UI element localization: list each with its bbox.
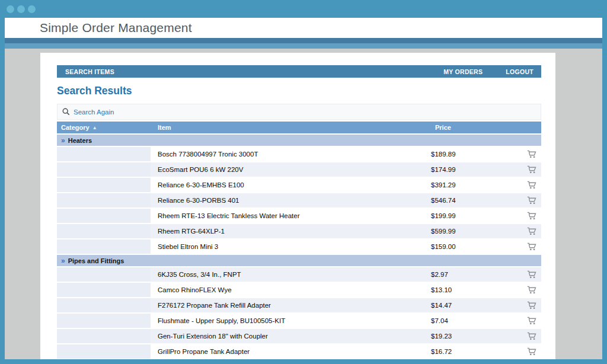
add-to-cart-button[interactable] <box>527 301 536 310</box>
category-cell <box>57 162 151 177</box>
item-price: $189.89 <box>431 147 508 161</box>
cart-icon <box>527 227 536 236</box>
item-name: GrillPro Propane Tank Adapter <box>151 344 431 359</box>
cart-cell <box>508 314 541 328</box>
browser-titlebar: Simple Order Management <box>5 18 602 38</box>
window-button-close-icon[interactable] <box>7 5 14 13</box>
item-name: Reliance 6-30-PORBS 401 <box>151 193 431 207</box>
item-name: Stiebel Eltron Mini 3 <box>151 240 431 254</box>
nav-logout[interactable]: LOGOUT <box>506 68 533 75</box>
category-column-label: Category <box>61 124 90 131</box>
add-to-cart-button[interactable] <box>527 212 536 221</box>
cart-cell <box>508 240 541 254</box>
table-header-row: Category ▲ Item Price <box>57 122 541 135</box>
add-to-cart-button[interactable] <box>527 165 536 174</box>
cart-cell <box>508 193 541 207</box>
category-cell <box>57 283 151 297</box>
column-header-category[interactable]: Category ▲ <box>57 124 151 131</box>
item-name: Reliance 6-30-EMHBS E100 <box>151 178 431 192</box>
category-row[interactable]: »Pipes and Fittings <box>57 255 541 267</box>
app-title: Simple Order Management <box>5 21 192 35</box>
item-name: 6KJ35 Cross, 3/4 In., FNPT <box>151 267 431 282</box>
item-price: $174.99 <box>431 162 508 177</box>
table-row: GrillPro Propane Tank Adapter$16.72 <box>57 344 541 359</box>
category-cell <box>57 147 151 161</box>
search-again-link[interactable]: Search Again <box>57 104 541 120</box>
search-again-label: Search Again <box>74 108 114 116</box>
nav-search-items[interactable]: SEARCH ITEMS <box>65 68 114 75</box>
item-name: F276172 Propane Tank Refill Adapter <box>151 298 431 312</box>
cart-icon <box>527 317 536 325</box>
content-panel: SEARCH ITEMS MY ORDERS LOGOUT Search Res… <box>40 53 555 359</box>
chevron-right-icon: » <box>61 136 65 145</box>
cart-cell <box>508 162 541 177</box>
add-to-cart-button[interactable] <box>527 286 536 295</box>
sort-ascending-icon: ▲ <box>92 125 97 130</box>
cart-icon <box>527 242 536 251</box>
cart-cell <box>508 178 541 192</box>
table-row: F276172 Propane Tank Refill Adapter$14.4… <box>57 298 541 314</box>
add-to-cart-button[interactable] <box>527 347 536 356</box>
category-label: Heaters <box>68 137 92 144</box>
cart-icon <box>527 212 536 221</box>
table-row: Reliance 6-30-PORBS 401$546.74 <box>57 193 541 209</box>
table-row: Bosch 7738004997 Tronic 3000T$189.89 <box>57 147 541 162</box>
add-to-cart-button[interactable] <box>527 317 536 325</box>
cart-icon <box>527 196 536 205</box>
window-button-minimize-icon[interactable] <box>17 5 25 13</box>
cart-cell <box>508 267 541 282</box>
cart-icon <box>527 165 536 174</box>
cart-icon <box>527 286 536 295</box>
results-table: Category ▲ Item Price »HeatersBosch 7738… <box>57 122 541 359</box>
item-name: Flushmate - Upper Supply, BU100505-KIT <box>151 314 431 328</box>
category-cell <box>57 329 151 343</box>
cart-cell <box>508 224 541 238</box>
add-to-cart-button[interactable] <box>527 242 536 251</box>
table-row: Rheem RTE-13 Electric Tankless Water Hea… <box>57 209 541 224</box>
page-title: Search Results <box>57 85 541 97</box>
category-row[interactable]: »Heaters <box>57 135 541 147</box>
add-to-cart-button[interactable] <box>527 332 536 341</box>
add-to-cart-button[interactable] <box>527 270 536 279</box>
cart-cell <box>508 344 541 359</box>
table-row: Rheem RTG-64XLP-1$599.99 <box>57 224 541 240</box>
category-cell <box>57 240 151 254</box>
item-price: $13.10 <box>431 283 508 297</box>
category-label: Pipes and Fittings <box>68 257 124 264</box>
column-header-price[interactable]: Price <box>431 124 508 131</box>
item-name: Bosch 7738004997 Tronic 3000T <box>151 147 431 161</box>
table-body: »HeatersBosch 7738004997 Tronic 3000T$18… <box>57 135 541 359</box>
cart-cell <box>508 147 541 161</box>
item-price: $546.74 <box>431 193 508 207</box>
window-button-maximize-icon[interactable] <box>28 5 36 13</box>
nav-my-orders[interactable]: MY ORDERS <box>443 68 483 75</box>
category-cell <box>57 209 151 223</box>
item-name: Camco RhinoFLEX Wye <box>151 283 431 297</box>
item-name: EcoSmart POU6 6 kW 220V <box>151 162 431 177</box>
cart-cell <box>508 209 541 223</box>
table-row: Flushmate - Upper Supply, BU100505-KIT$7… <box>57 314 541 329</box>
category-cell <box>57 344 151 359</box>
add-to-cart-button[interactable] <box>527 181 536 190</box>
table-row: Gen-Turi Extension 18" with Coupler$19.2… <box>57 329 541 344</box>
add-to-cart-button[interactable] <box>527 227 536 236</box>
cart-icon <box>527 150 536 159</box>
column-header-item[interactable]: Item <box>151 124 431 131</box>
cart-icon <box>527 301 536 310</box>
titlebar-accent-light <box>5 43 602 49</box>
table-row: Stiebel Eltron Mini 3$159.00 <box>57 240 541 255</box>
category-cell <box>57 298 151 312</box>
search-icon <box>62 108 70 116</box>
browser-window: Simple Order Management SEARCH ITEMS MY … <box>0 0 607 364</box>
item-name: Rheem RTE-13 Electric Tankless Water Hea… <box>151 209 431 223</box>
item-price: $391.29 <box>431 178 508 192</box>
category-cell <box>57 224 151 238</box>
add-to-cart-button[interactable] <box>527 150 536 159</box>
cart-cell <box>508 283 541 297</box>
category-cell <box>57 178 151 192</box>
cart-icon <box>527 332 536 341</box>
add-to-cart-button[interactable] <box>527 196 536 205</box>
category-cell <box>57 193 151 207</box>
cart-icon <box>527 181 536 190</box>
cart-cell <box>508 298 541 312</box>
